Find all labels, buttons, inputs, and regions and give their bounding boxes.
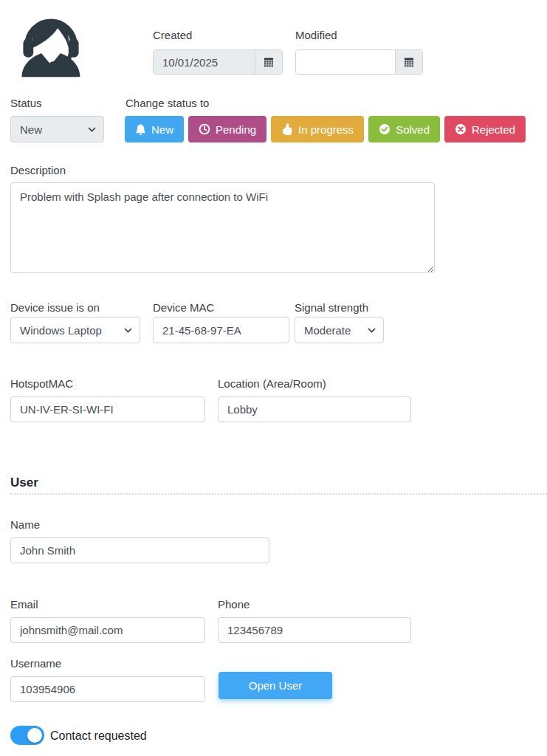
status-in-progress-button[interactable]: In progress <box>271 116 364 142</box>
username-label: Username <box>10 658 61 670</box>
section-divider <box>10 493 547 495</box>
device-issue-select[interactable]: Windows Laptop <box>10 317 140 343</box>
clock-icon <box>199 123 210 135</box>
email-input[interactable] <box>10 617 205 643</box>
contact-requested-toggle[interactable] <box>10 726 44 745</box>
status-label: Status <box>10 97 42 110</box>
phone-input[interactable] <box>218 617 411 643</box>
modified-date-group <box>295 49 423 75</box>
name-label: Name <box>10 519 40 532</box>
signal-strength-value: Moderate <box>304 324 351 337</box>
chevron-down-icon <box>368 328 376 333</box>
location-label: Location (Area/Room) <box>218 378 326 391</box>
signal-strength-label: Signal strength <box>295 302 368 315</box>
hotspot-mac-label: HotspotMAC <box>10 378 73 391</box>
calendar-icon <box>263 56 275 68</box>
toggle-knob <box>27 728 42 743</box>
signal-strength-select[interactable]: Moderate <box>295 317 384 343</box>
location-input[interactable] <box>218 396 411 422</box>
device-issue-value: Windows Laptop <box>20 324 102 337</box>
change-status-label: Change status to <box>125 97 209 110</box>
chevron-down-icon <box>124 328 132 333</box>
status-solved-button[interactable]: Solved <box>368 116 440 142</box>
status-button-row: New Pending In progress Solved Rejected <box>125 116 526 142</box>
description-textarea[interactable]: Problem with Splash page after connectio… <box>10 182 435 273</box>
modified-label: Modified <box>295 30 337 42</box>
created-label: Created <box>153 30 192 42</box>
modified-date-input[interactable] <box>296 50 395 74</box>
device-issue-label: Device issue is on <box>10 302 100 315</box>
status-in-progress-label: In progress <box>298 123 354 136</box>
device-mac-input[interactable] <box>153 317 289 343</box>
support-agent-avatar <box>10 6 92 87</box>
description-label: Description <box>10 165 66 177</box>
headset-person-icon <box>10 6 92 87</box>
modified-calendar-button[interactable] <box>395 50 422 74</box>
chevron-down-icon <box>88 127 96 132</box>
ticket-form: Created Modified <box>0 0 547 756</box>
user-section-heading: User <box>10 475 38 490</box>
status-pending-label: Pending <box>216 123 256 136</box>
phone-label: Phone <box>218 599 250 611</box>
name-input[interactable] <box>10 537 269 563</box>
thumbs-up-icon <box>281 123 293 135</box>
status-rejected-button[interactable]: Rejected <box>444 116 526 142</box>
check-circle-icon <box>379 123 391 135</box>
contact-requested-label: Contact requested <box>50 729 147 743</box>
status-rejected-label: Rejected <box>472 123 515 136</box>
status-select-value: New <box>20 123 42 136</box>
x-circle-icon <box>455 123 467 135</box>
created-date-input[interactable] <box>154 50 255 74</box>
status-new-button[interactable]: New <box>125 116 184 142</box>
device-mac-label: Device MAC <box>153 302 214 315</box>
open-user-button[interactable]: Open User <box>219 672 332 699</box>
calendar-icon <box>403 56 415 68</box>
created-date-group <box>153 49 283 75</box>
status-pending-button[interactable]: Pending <box>188 116 266 142</box>
email-label: Email <box>10 599 38 611</box>
bell-icon <box>135 124 146 135</box>
status-new-label: New <box>151 123 173 136</box>
username-input[interactable] <box>10 676 205 702</box>
created-calendar-button[interactable] <box>255 50 282 74</box>
status-solved-label: Solved <box>396 123 430 136</box>
hotspot-mac-input[interactable] <box>10 396 205 422</box>
status-select[interactable]: New <box>10 116 104 142</box>
